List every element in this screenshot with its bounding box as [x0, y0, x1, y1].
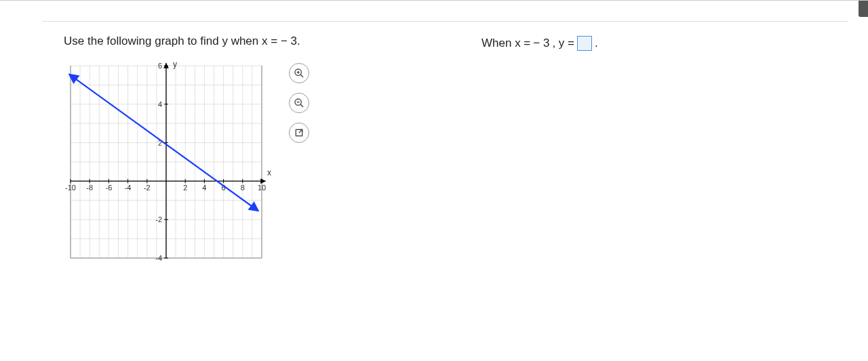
graph-tools [289, 63, 309, 143]
zoom-out-icon [294, 98, 304, 108]
answer-mid: , y = [552, 37, 574, 50]
svg-text:4: 4 [158, 100, 162, 108]
expand-icon [294, 127, 304, 138]
divider [42, 21, 848, 22]
prompt-suffix: . [297, 35, 300, 47]
answer-input[interactable] [577, 36, 592, 51]
answer-x: − 3 [533, 37, 549, 50]
zoom-in-icon [294, 68, 304, 79]
expand-button[interactable] [289, 123, 309, 143]
svg-text:y: y [173, 60, 177, 69]
prompt-prefix: Use the following graph to find y when x… [64, 35, 281, 47]
svg-text:-8: -8 [86, 184, 93, 192]
svg-text:-4: -4 [155, 254, 162, 262]
svg-text:x: x [267, 168, 271, 177]
side-tab[interactable] [859, 1, 868, 17]
svg-text:10: 10 [258, 184, 266, 192]
svg-text:8: 8 [241, 184, 245, 192]
answer-suffix: . [595, 37, 598, 50]
question-prompt: Use the following graph to find y when x… [64, 35, 471, 48]
chart-svg: -10-8-6-4-2246810-4-2246yx [64, 60, 274, 263]
svg-text:6: 6 [158, 62, 162, 70]
svg-text:4: 4 [202, 184, 206, 192]
prompt-x: − 3 [281, 35, 297, 47]
svg-line-78 [299, 129, 302, 133]
zoom-in-button[interactable] [289, 63, 309, 83]
svg-text:-10: -10 [65, 184, 76, 192]
svg-line-75 [300, 104, 303, 107]
svg-text:-2: -2 [144, 184, 151, 192]
answer-prefix: When x = [481, 37, 530, 50]
svg-text:-4: -4 [125, 184, 132, 192]
svg-text:-2: -2 [155, 215, 162, 224]
svg-text:-6: -6 [106, 184, 113, 192]
svg-text:2: 2 [183, 184, 187, 192]
svg-line-71 [300, 75, 303, 77]
graph: -10-8-6-4-2246810-4-2246yx [64, 60, 274, 263]
answer-line: When x = − 3, y = . [481, 36, 598, 51]
zoom-out-button[interactable] [289, 93, 309, 113]
